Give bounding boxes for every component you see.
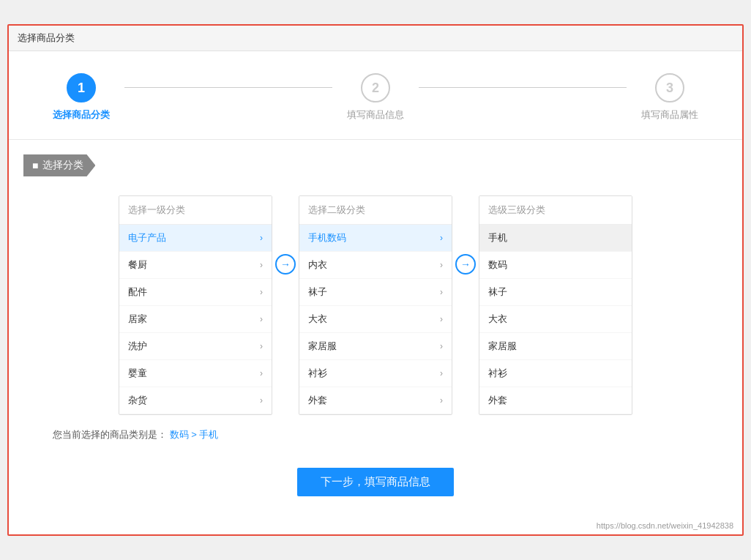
step-1: 1 选择商品分类: [53, 73, 110, 122]
chevron-icon: ›: [440, 314, 443, 324]
col3-item-0[interactable]: 手机: [479, 225, 632, 252]
col1-item-2[interactable]: 配件 ›: [119, 279, 272, 306]
page-title-bar: 选择商品分类: [9, 26, 742, 51]
arrow-circle-1: →: [275, 254, 296, 275]
col2-item-2[interactable]: 袜子 ›: [299, 279, 452, 306]
step-3-circle: 3: [655, 73, 684, 102]
chevron-icon: ›: [440, 341, 443, 351]
main-container: 选择商品分类 1 选择商品分类 2 填写商品信息 3 填写商品属性 ■ 选择分: [7, 24, 744, 536]
next-btn-area: 下一步，填写商品信息: [9, 453, 742, 518]
col3-header: 选级三级分类: [479, 196, 632, 225]
chevron-icon: ›: [260, 260, 263, 270]
col1-item-1[interactable]: 餐厨 ›: [119, 252, 272, 279]
step-3-label: 填写商品属性: [641, 108, 698, 122]
section-tag: ■ 选择分类: [23, 154, 95, 176]
category-col-1: 选择一级分类 电子产品 › 餐厨 › 配件 › 居家 › 洗护 › 婴: [119, 195, 272, 415]
step-line-1: [124, 87, 332, 88]
category-col-3: 选级三级分类 手机 数码 袜子 大衣 家居服 衬衫 外套: [479, 195, 632, 415]
section-icon: ■: [32, 160, 38, 171]
col3-item-3[interactable]: 大衣: [479, 306, 632, 333]
step-2-circle: 2: [361, 73, 390, 102]
col1-item-4[interactable]: 洗护 ›: [119, 333, 272, 360]
arrow-circle-2: →: [455, 254, 476, 275]
section-header: ■ 选择分类: [23, 154, 95, 176]
col1-item-3[interactable]: 居家 ›: [119, 306, 272, 333]
col2-item-4[interactable]: 家居服 ›: [299, 333, 452, 360]
chevron-icon: ›: [440, 233, 443, 243]
col3-item-2[interactable]: 袜子: [479, 279, 632, 306]
watermark-text: https://blog.csdn.net/weixin_41942838: [597, 521, 733, 530]
watermark: https://blog.csdn.net/weixin_41942838: [9, 518, 742, 534]
section-label: 选择分类: [42, 159, 83, 172]
col1-header: 选择一级分类: [119, 196, 272, 225]
current-selection-value: 数码 > 手机: [170, 429, 219, 440]
category-col-2: 选择二级分类 手机数码 › 内衣 › 袜子 › 大衣 › 家居服 ›: [299, 195, 452, 415]
col1-item-0[interactable]: 电子产品 ›: [119, 225, 272, 252]
category-area: 选择一级分类 电子产品 › 餐厨 › 配件 › 居家 › 洗护 › 婴: [9, 188, 742, 422]
col3-item-6[interactable]: 外套: [479, 387, 632, 414]
col2-item-1[interactable]: 内衣 ›: [299, 252, 452, 279]
step-1-label: 选择商品分类: [53, 108, 110, 122]
arrow-divider-2: →: [452, 195, 479, 275]
col1-item-6[interactable]: 杂货 ›: [119, 387, 272, 414]
col2-item-3[interactable]: 大衣 ›: [299, 306, 452, 333]
col3-item-4[interactable]: 家居服: [479, 333, 632, 360]
chevron-icon: ›: [260, 287, 263, 297]
chevron-icon: ›: [260, 368, 263, 378]
col2-item-5[interactable]: 衬衫 ›: [299, 360, 452, 387]
page-title: 选择商品分类: [18, 32, 75, 43]
chevron-icon: ›: [260, 314, 263, 324]
col3-item-1[interactable]: 数码: [479, 252, 632, 279]
steps-area: 1 选择商品分类 2 填写商品信息 3 填写商品属性: [9, 51, 742, 140]
next-button[interactable]: 下一步，填写商品信息: [297, 468, 454, 496]
arrow-divider-1: →: [272, 195, 299, 275]
col2-item-0[interactable]: 手机数码 ›: [299, 225, 452, 252]
step-1-circle: 1: [67, 73, 96, 102]
step-2: 2 填写商品信息: [347, 73, 404, 122]
chevron-icon: ›: [440, 368, 443, 378]
step-2-label: 填写商品信息: [347, 108, 404, 122]
step-3: 3 填写商品属性: [641, 73, 698, 122]
chevron-icon: ›: [260, 341, 263, 351]
step-line-2: [419, 87, 627, 88]
current-selection-prefix: 您当前选择的商品类别是：: [53, 429, 167, 440]
chevron-icon: ›: [260, 395, 263, 406]
chevron-icon: ›: [440, 260, 443, 270]
chevron-icon: ›: [440, 395, 443, 406]
chevron-icon: ›: [260, 233, 263, 243]
current-selection: 您当前选择的商品类别是： 数码 > 手机: [31, 422, 742, 453]
col2-item-6[interactable]: 外套 ›: [299, 387, 452, 414]
col3-item-5[interactable]: 衬衫: [479, 360, 632, 387]
col2-header: 选择二级分类: [299, 196, 452, 225]
col1-item-5[interactable]: 婴童 ›: [119, 360, 272, 387]
chevron-icon: ›: [440, 287, 443, 297]
